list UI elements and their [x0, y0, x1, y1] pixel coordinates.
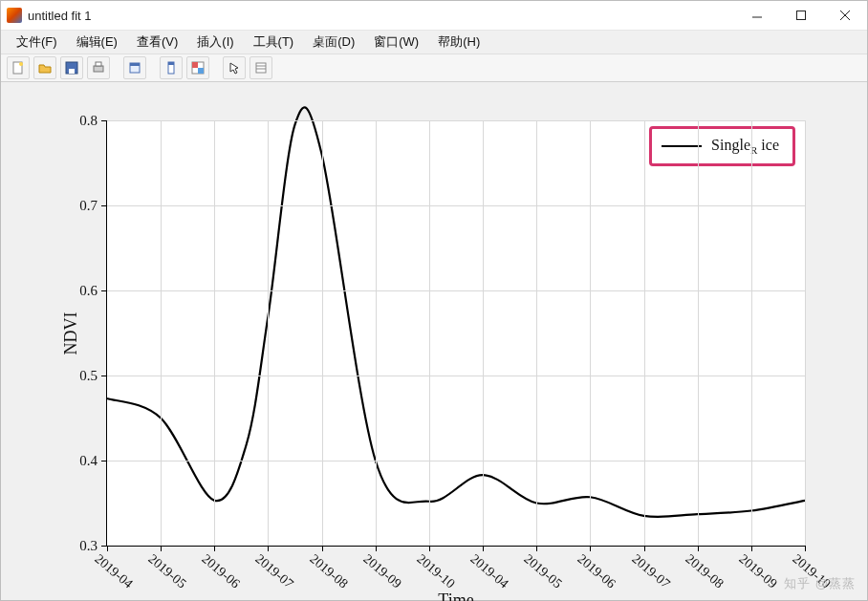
grid-v	[751, 120, 752, 546]
titlebar[interactable]: untitled fit 1	[1, 1, 867, 31]
svg-rect-9	[96, 62, 101, 66]
figure-area[interactable]: SingleR ice NDVI Time 0.30.40.50.60.70.8…	[1, 82, 867, 600]
data-tips-icon	[254, 61, 268, 75]
x-tick	[376, 546, 377, 551]
grid-h	[107, 461, 805, 461]
link-plot-button[interactable]	[160, 56, 183, 79]
print-preview-button[interactable]	[123, 56, 146, 79]
insert-colorbar-button[interactable]	[186, 56, 209, 79]
menu-window[interactable]: 窗口(W)	[364, 31, 428, 54]
close-icon	[839, 10, 851, 21]
x-tick	[590, 546, 591, 551]
x-tick	[107, 546, 108, 551]
grid-v	[536, 120, 537, 546]
x-tick	[483, 546, 484, 551]
menu-view[interactable]: 查看(V)	[127, 31, 187, 54]
window-title: untitled fit 1	[28, 9, 735, 23]
series-line	[107, 107, 805, 517]
x-tick-label: 2019-05	[145, 551, 189, 591]
window-controls	[735, 1, 867, 30]
x-tick-label: 2019-09	[359, 551, 403, 591]
link-icon	[164, 61, 178, 75]
data-tips-button[interactable]	[250, 56, 272, 79]
x-tick-label: 2019-08	[306, 551, 350, 591]
print-preview-icon	[128, 61, 141, 75]
menu-desktop[interactable]: 桌面(D)	[303, 31, 364, 54]
menu-help[interactable]: 帮助(H)	[428, 31, 489, 54]
x-tick-label: 2019-06	[575, 551, 618, 591]
y-tick-label: 0.8	[59, 113, 107, 129]
grid-v	[483, 120, 484, 546]
x-axis-label: Time	[438, 590, 473, 601]
data-curve	[107, 120, 805, 546]
legend-swatch	[662, 145, 702, 147]
save-icon	[65, 61, 78, 75]
x-tick	[161, 546, 162, 551]
svg-rect-13	[168, 62, 174, 65]
edit-plot-button[interactable]	[223, 56, 246, 79]
x-tick	[429, 546, 430, 551]
x-tick	[644, 546, 645, 551]
x-tick	[751, 546, 752, 551]
colorbar-icon	[191, 61, 205, 75]
minimize-icon	[751, 10, 763, 21]
grid-v	[698, 120, 699, 546]
axes[interactable]: SingleR ice NDVI Time 0.30.40.50.60.70.8…	[106, 120, 805, 547]
grid-v	[376, 120, 377, 546]
maximize-icon	[795, 10, 807, 21]
pointer-icon	[228, 61, 241, 75]
x-tick-label: 2019-08	[682, 551, 726, 591]
grid-v	[214, 120, 215, 546]
print-icon	[92, 61, 105, 75]
y-axis-label: NDVI	[61, 311, 81, 354]
y-tick-label: 0.4	[59, 453, 107, 469]
svg-rect-11	[130, 63, 140, 66]
x-tick-label: 2019-06	[199, 551, 243, 591]
x-tick-label: 2019-05	[521, 551, 565, 591]
x-tick-label: 2019-07	[252, 551, 296, 591]
maximize-button[interactable]	[779, 1, 823, 30]
matlab-figure-window: untitled fit 1 文件(F) 编辑(E) 查看(V) 插入(I) 工…	[0, 0, 868, 601]
open-button[interactable]	[33, 56, 56, 79]
toolbar	[1, 54, 867, 82]
svg-rect-8	[94, 66, 103, 72]
x-tick	[214, 546, 215, 551]
legend[interactable]: SingleR ice	[649, 126, 795, 166]
menu-file[interactable]: 文件(F)	[7, 31, 67, 54]
menu-insert[interactable]: 插入(I)	[187, 31, 243, 54]
x-tick	[322, 546, 323, 551]
new-figure-button[interactable]	[7, 56, 30, 79]
minimize-button[interactable]	[735, 1, 779, 30]
grid-h	[107, 290, 805, 291]
grid-v	[268, 120, 269, 546]
grid-v	[805, 120, 806, 546]
svg-rect-7	[69, 69, 75, 74]
x-tick	[536, 546, 537, 551]
svg-rect-16	[198, 68, 204, 74]
grid-v	[429, 120, 430, 546]
x-tick	[268, 546, 269, 551]
save-button[interactable]	[60, 56, 83, 79]
close-button[interactable]	[823, 1, 867, 30]
open-icon	[38, 61, 52, 75]
svg-point-5	[19, 62, 23, 66]
print-button[interactable]	[87, 56, 110, 79]
x-tick-label: 2019-04	[467, 551, 511, 591]
x-tick	[805, 546, 806, 551]
menu-edit[interactable]: 编辑(E)	[67, 31, 127, 54]
x-tick-label: 2019-04	[92, 551, 136, 591]
new-icon	[11, 61, 25, 75]
y-tick-label: 0.5	[59, 368, 107, 384]
x-tick	[698, 546, 699, 551]
matlab-icon	[7, 8, 22, 23]
legend-label: SingleR ice	[711, 137, 779, 156]
x-tick-label: 2019-07	[628, 551, 672, 591]
y-tick-label: 0.7	[59, 198, 107, 214]
watermark: 知乎 @蒸蒸	[784, 575, 856, 592]
grid-v	[161, 120, 162, 546]
svg-rect-17	[256, 63, 266, 73]
menu-tools[interactable]: 工具(T)	[244, 31, 304, 54]
y-tick-label: 0.6	[59, 283, 107, 299]
svg-rect-15	[192, 62, 198, 68]
grid-h	[107, 205, 805, 206]
